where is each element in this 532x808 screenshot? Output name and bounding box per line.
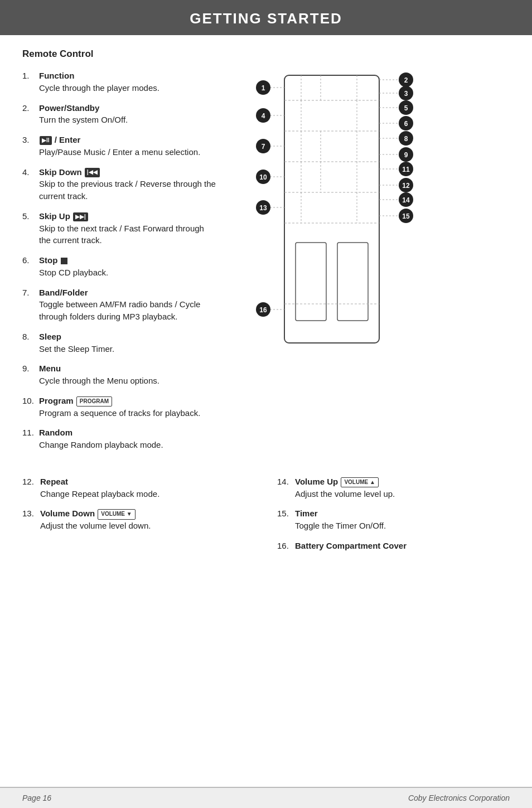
item-title: Skip Up ▶▶| [39,211,89,221]
item-desc: Program a sequence of tracks for playbac… [39,407,217,419]
play-pause-icon: ▶ll [40,136,52,146]
footer-brand: Coby Electronics Corporation [408,794,510,802]
bottom-left-col: 12. Repeat Change Repeat playback mode. … [22,476,255,560]
item-num: 3. [22,134,39,158]
svg-text:2: 2 [404,76,408,84]
bottom-list: 12. Repeat Change Repeat playback mode. … [22,476,510,560]
item-title: Random [39,428,72,437]
svg-text:1: 1 [262,84,265,92]
svg-text:10: 10 [259,173,267,181]
remote-svg: 1 2 3 4 5 [234,70,424,393]
svg-rect-20 [337,243,368,321]
item-title: ▶ll / Enter [39,135,80,144]
item-content: Skip Up ▶▶| Skip to the next track / Fas… [39,210,217,246]
list-item: 15. Timer Toggle the Timer On/Off. [277,507,510,532]
list-item: 3. ▶ll / Enter Play/Pause Music / Enter … [22,134,217,158]
list-item: 9. Menu Cycle through the Menu options. [22,362,217,387]
program-button-icon: PROGRAM [76,396,112,407]
item-num: 12. [22,476,40,500]
item-content: Volume Up VOLUME ▲ Adjust the volume lev… [295,476,510,500]
volume-down-icon: VOLUME ▼ [98,509,135,520]
item-title: Battery Compartment Cover [295,541,407,550]
svg-text:9: 9 [404,151,408,159]
svg-text:12: 12 [402,182,410,190]
item-desc: Play/Pause Music / Enter a menu selectio… [39,146,217,158]
list-item: 4. Skip Down |◀◀ Skip to the previous tr… [22,166,217,202]
item-desc: Stop CD playback. [39,267,217,279]
item-desc: Toggle the Timer On/Off. [295,520,510,532]
page-header: GETTING STARTED [0,0,532,35]
svg-text:16: 16 [259,306,267,314]
item-desc: Cycle through the player modes. [39,82,217,94]
remote-diagram-col: 1 2 3 4 5 [229,70,510,459]
item-content: Power/Standby Turn the system On/Off. [39,102,217,127]
item-num: 16. [277,540,295,552]
item-content: Menu Cycle through the Menu options. [39,362,217,387]
svg-rect-19 [296,243,326,321]
remote-diagram: 1 2 3 4 5 [234,70,424,393]
list-item: 12. Repeat Change Repeat playback mode. [22,476,255,500]
item-content: Program PROGRAM Program a sequence of tr… [39,395,217,419]
skip-down-icon: |◀◀ [85,168,100,177]
list-item: 14. Volume Up VOLUME ▲ Adjust the volume… [277,476,510,500]
item-desc: Skip to the next track / Fast Forward th… [39,222,217,247]
page-title: GETTING STARTED [0,10,532,27]
item-num: 9. [22,362,39,387]
item-title: Volume Down VOLUME ▼ [40,509,136,518]
item-content: Sleep Set the Sleep Timer. [39,331,217,355]
section-title: Remote Control [22,49,510,60]
item-num: 1. [22,70,39,94]
svg-text:6: 6 [404,120,408,128]
item-desc: Adjust the volume level down. [40,520,255,532]
list-item: 1. Function Cycle through the player mod… [22,70,217,94]
item-title: Repeat [40,477,68,486]
item-desc: Adjust the volume level up. [295,488,510,500]
item-desc: Turn the system On/Off. [39,114,217,126]
item-num: 11. [22,427,39,451]
main-layout: 1. Function Cycle through the player mod… [22,70,510,459]
footer-page: Page 16 [22,794,51,802]
item-content: Band/Folder Toggle between AM/FM radio b… [39,287,217,323]
item-num: 4. [22,166,39,202]
svg-text:5: 5 [404,104,408,112]
svg-text:3: 3 [404,90,408,98]
item-content: Function Cycle through the player modes. [39,70,217,94]
item-content: Stop Stop CD playback. [39,254,217,279]
item-desc: Change Random playback mode. [39,439,217,451]
list-item: 5. Skip Up ▶▶| Skip to the next track / … [22,210,217,246]
item-title: Function [39,71,74,80]
list-item: 16. Battery Compartment Cover [277,540,510,552]
content-area: Remote Control 1. Function Cycle through… [0,35,532,593]
item-title: Stop [39,255,68,265]
item-title: Timer [295,509,318,518]
svg-text:7: 7 [262,143,265,151]
list-item: 7. Band/Folder Toggle between AM/FM radi… [22,287,217,323]
svg-text:13: 13 [259,204,267,212]
item-title: Menu [39,364,61,373]
item-desc: Skip to the previous track / Reverse thr… [39,178,217,202]
svg-text:4: 4 [262,112,265,120]
item-title: Skip Down |◀◀ [39,167,100,177]
item-content: ▶ll / Enter Play/Pause Music / Enter a m… [39,134,217,158]
item-desc: Set the Sleep Timer. [39,343,217,355]
item-num: 13. [22,507,40,532]
svg-text:15: 15 [402,212,410,220]
list-item: 10. Program PROGRAM Program a sequence o… [22,395,217,419]
item-desc: Change Repeat playback mode. [40,488,255,500]
item-title: Band/Folder [39,288,88,297]
svg-text:11: 11 [402,166,410,173]
item-title: Power/Standby [39,103,99,113]
svg-text:14: 14 [402,196,410,204]
skip-up-icon: ▶▶| [73,212,88,222]
item-num: 2. [22,102,39,127]
list-item: 8. Sleep Set the Sleep Timer. [22,331,217,355]
item-num: 6. [22,254,39,279]
item-content: Timer Toggle the Timer On/Off. [295,507,510,532]
item-content: Volume Down VOLUME ▼ Adjust the volume l… [40,507,255,532]
item-desc: Toggle between AM/FM radio bands / Cycle… [39,298,217,323]
item-title: Volume Up VOLUME ▲ [295,477,379,486]
stop-icon [61,258,67,264]
list-item: 13. Volume Down VOLUME ▼ Adjust the volu… [22,507,255,532]
bottom-right-col: 14. Volume Up VOLUME ▲ Adjust the volume… [277,476,510,560]
item-num: 7. [22,287,39,323]
